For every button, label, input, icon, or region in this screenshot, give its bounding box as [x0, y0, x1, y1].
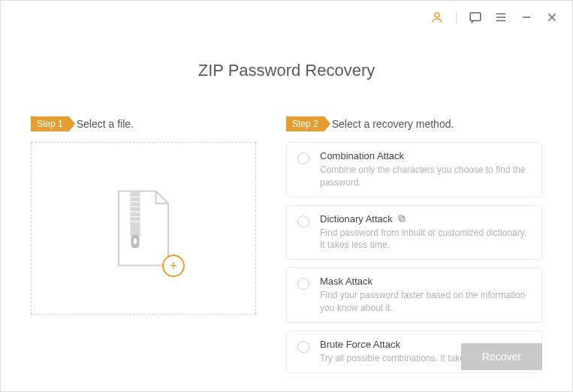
- minimize-icon[interactable]: [520, 11, 533, 24]
- step2-panel: Step 2 Select a recovery method. Combina…: [286, 116, 542, 373]
- radio-icon: [297, 278, 309, 290]
- svg-rect-17: [400, 217, 405, 222]
- page-title: ZIP Password Recovery: [1, 61, 572, 80]
- menu-icon[interactable]: [494, 11, 508, 24]
- feedback-icon[interactable]: [469, 11, 482, 24]
- separator: [456, 11, 457, 24]
- titlebar: [1, 1, 572, 34]
- svg-rect-1: [470, 13, 481, 21]
- method-desc: Find password from inbuilt or customized…: [320, 227, 531, 252]
- svg-rect-16: [134, 238, 137, 244]
- radio-icon: [297, 152, 309, 164]
- svg-rect-8: [130, 191, 140, 237]
- user-icon[interactable]: [430, 11, 444, 24]
- method-title: Dictionary Attack: [320, 213, 531, 225]
- step2-tag: Step 2: [286, 116, 324, 131]
- method-title: Combination Attack: [320, 150, 531, 161]
- svg-rect-18: [399, 216, 403, 220]
- method-title-text: Dictionary Attack: [320, 213, 393, 225]
- recover-button[interactable]: Recover: [461, 343, 542, 370]
- step1-tag: Step 1: [31, 116, 69, 131]
- method-mask[interactable]: Mask Attack Find your password faster ba…: [286, 267, 542, 323]
- method-dictionary[interactable]: Dictionary Attack Find password from inb…: [286, 205, 542, 261]
- method-desc: Find your password faster based on the i…: [320, 289, 531, 315]
- file-dropzone[interactable]: +: [31, 142, 256, 315]
- step2-label: Select a recovery method.: [332, 118, 454, 130]
- step1-label: Select a file.: [77, 118, 134, 130]
- dictionary-settings-icon[interactable]: [397, 214, 406, 223]
- zip-file-icon: +: [110, 187, 177, 270]
- method-desc: Combine only the characters you choose t…: [320, 164, 531, 189]
- svg-point-0: [435, 13, 439, 17]
- step1-panel: Step 1 Select a file. +: [31, 116, 256, 373]
- radio-icon: [297, 216, 309, 228]
- radio-icon: [297, 341, 309, 353]
- close-icon[interactable]: [545, 11, 559, 24]
- method-combination[interactable]: Combination Attack Combine only the char…: [286, 142, 542, 198]
- method-title: Mask Attack: [320, 276, 531, 287]
- add-file-icon: +: [162, 255, 185, 277]
